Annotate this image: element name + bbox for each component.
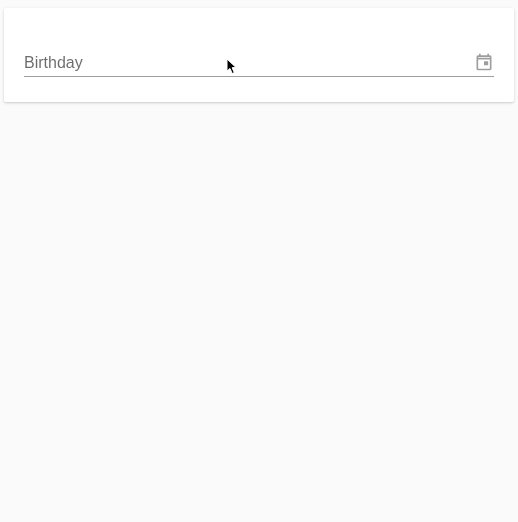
birthday-field xyxy=(24,28,494,77)
birthday-input[interactable] xyxy=(24,52,494,77)
form-card xyxy=(4,8,514,102)
content-area xyxy=(4,102,514,514)
app-frame xyxy=(0,0,518,522)
calendar-icon xyxy=(474,52,494,75)
calendar-toggle-button[interactable] xyxy=(474,53,494,73)
